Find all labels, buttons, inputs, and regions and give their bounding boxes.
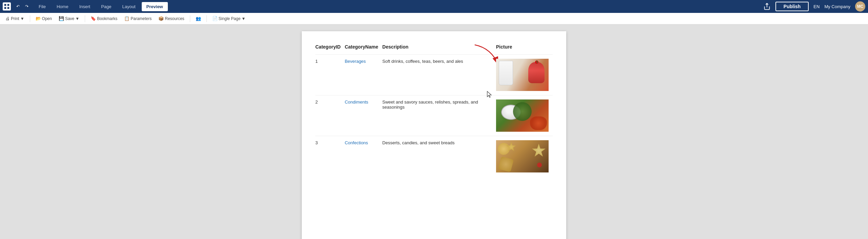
cell-desc-2: Sweet and savory sauces, relishes, sprea… bbox=[382, 95, 496, 136]
svg-rect-0 bbox=[4, 4, 6, 6]
undo-button[interactable]: ↶ bbox=[14, 3, 22, 10]
table-row: 1 Beverages Soft drinks, coffees, teas, … bbox=[315, 55, 553, 95]
cell-name-1: Beverages bbox=[345, 55, 382, 95]
people-button[interactable]: 👥 bbox=[193, 15, 204, 22]
condiments-image bbox=[496, 99, 549, 132]
parameters-icon: 📋 bbox=[124, 16, 130, 21]
parameters-button[interactable]: 📋 Parameters bbox=[121, 15, 154, 22]
table-row: 2 Condiments Sweet and savory sauces, re… bbox=[315, 95, 553, 136]
menu-preview[interactable]: Preview bbox=[142, 2, 168, 11]
food-images-condiments bbox=[496, 99, 549, 132]
cell-picture-3 bbox=[496, 136, 553, 177]
open-icon: 📂 bbox=[36, 16, 41, 21]
table-row: 3 Confections Desserts, candies, and swe… bbox=[315, 136, 553, 177]
beverage-image bbox=[496, 59, 549, 91]
language-label: EN bbox=[813, 4, 820, 9]
menu-insert[interactable]: Insert bbox=[75, 2, 95, 11]
col-header-picture: Picture bbox=[496, 41, 553, 55]
print-button[interactable]: 🖨 Print ▼ bbox=[3, 15, 27, 22]
cell-id-3: 3 bbox=[315, 136, 345, 177]
share-button[interactable] bbox=[763, 3, 771, 10]
separator-4 bbox=[206, 15, 207, 22]
cell-name-2: Condiments bbox=[345, 95, 382, 136]
toolbar: 🖨 Print ▼ 📂 Open 💾 Save ▼ 🔖 Bookmarks 📋 … bbox=[0, 13, 868, 24]
food-images-beverages bbox=[496, 59, 549, 91]
resources-icon: 📦 bbox=[158, 16, 164, 21]
people-icon: 👥 bbox=[196, 16, 201, 21]
open-button[interactable]: 📂 Open bbox=[33, 15, 55, 22]
title-bar: ↶ ↷ File Home Insert Page Layout Preview… bbox=[0, 0, 868, 13]
svg-rect-2 bbox=[4, 7, 6, 9]
cell-id-1: 1 bbox=[315, 55, 345, 95]
app-icon bbox=[3, 2, 11, 11]
col-header-description: Description bbox=[382, 41, 496, 55]
menu-file[interactable]: File bbox=[34, 2, 51, 11]
user-avatar[interactable]: MC bbox=[855, 1, 865, 12]
report-page: CategoryID CategoryName Description Pict… bbox=[302, 31, 566, 239]
col-header-categoryid: CategoryID bbox=[315, 41, 345, 55]
separator bbox=[30, 15, 30, 22]
save-icon: 💾 bbox=[59, 16, 64, 21]
separator-2 bbox=[85, 15, 85, 22]
nav-menus: File Home Insert Page Layout Preview bbox=[34, 2, 763, 11]
report-table: CategoryID CategoryName Description Pict… bbox=[315, 41, 553, 177]
menu-home[interactable]: Home bbox=[52, 2, 73, 11]
cell-picture-2 bbox=[496, 95, 553, 136]
food-images-confections bbox=[496, 140, 549, 172]
bookmarks-button[interactable]: 🔖 Bookmarks bbox=[88, 15, 120, 22]
svg-rect-1 bbox=[7, 4, 9, 6]
main-area: CategoryID CategoryName Description Pict… bbox=[0, 24, 868, 239]
company-name-label: My Company bbox=[824, 4, 850, 9]
publish-button[interactable]: Publish bbox=[775, 2, 809, 11]
cell-picture-1 bbox=[496, 55, 553, 95]
col-header-categoryname: CategoryName bbox=[345, 41, 382, 55]
right-actions: Publish EN My Company MC bbox=[763, 1, 865, 12]
cell-id-2: 2 bbox=[315, 95, 345, 136]
single-page-icon: 📄 bbox=[212, 16, 218, 21]
redo-button[interactable]: ↷ bbox=[22, 3, 31, 10]
save-button[interactable]: 💾 Save ▼ bbox=[56, 15, 82, 22]
svg-rect-3 bbox=[7, 7, 9, 9]
separator-3 bbox=[190, 15, 190, 22]
menu-page[interactable]: Page bbox=[96, 2, 116, 11]
resources-button[interactable]: 📦 Resources bbox=[156, 15, 187, 22]
cell-desc-3: Desserts, candies, and sweet breads bbox=[382, 136, 496, 177]
cell-desc-1: Soft drinks, coffees, teas, beers, and a… bbox=[382, 55, 496, 95]
print-icon: 🖨 bbox=[5, 16, 10, 21]
cell-name-3: Confections bbox=[345, 136, 382, 177]
menu-layout[interactable]: Layout bbox=[118, 2, 140, 11]
single-page-button[interactable]: 📄 Single Page ▼ bbox=[210, 15, 249, 22]
confections-image bbox=[496, 140, 549, 172]
bookmarks-icon: 🔖 bbox=[91, 16, 96, 21]
